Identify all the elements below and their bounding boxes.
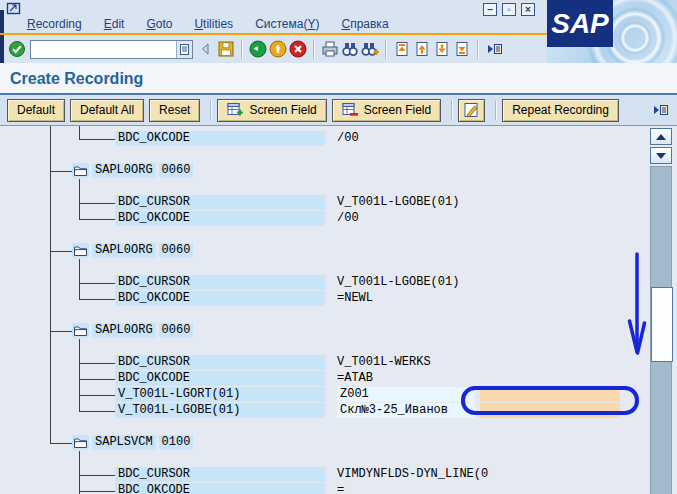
program-name[interactable]: SAPL0ORG (92, 243, 156, 258)
edit-recording-button[interactable] (458, 99, 485, 122)
find-next-icon[interactable] (361, 40, 379, 58)
field-value-input[interactable]: Z001 (337, 387, 475, 402)
tree-field-row[interactable]: V_T001L-LGOBE(01)Скл№3-25_Иванов (0, 403, 649, 419)
menu-item-system[interactable]: Система(Y) (244, 15, 330, 33)
tree-connector (50, 195, 51, 211)
expand-toolbar-icon[interactable] (651, 101, 669, 119)
screen-number[interactable]: 0060 (159, 163, 194, 178)
maximize-button[interactable]: ▫ (502, 3, 516, 16)
close-button[interactable]: × (521, 3, 535, 16)
field-name[interactable]: BDC_CURSOR (115, 355, 325, 370)
menu-item-edit[interactable]: Edit (93, 15, 136, 33)
tree-connector (50, 419, 51, 435)
tree-field-row[interactable]: BDC_OKCODE= (0, 483, 649, 494)
program-name[interactable]: SAPL0ORG (92, 163, 156, 178)
field-name[interactable]: BDC_CURSOR (115, 467, 325, 482)
scrollbar-thumb[interactable] (651, 287, 673, 362)
reset-button[interactable]: Reset (149, 99, 200, 122)
field-name[interactable]: BDC_OKCODE (115, 291, 325, 306)
tree-folder-row[interactable]: SAPL0ORG0060 (0, 243, 649, 259)
field-value: =ATAB (337, 371, 373, 386)
tree-field-row[interactable]: V_T001L-LGORT(01)Z001 (0, 387, 649, 403)
tree-connector (50, 131, 51, 147)
command-input[interactable] (31, 41, 176, 58)
minimize-button[interactable]: – (483, 3, 497, 16)
menu-item-goto[interactable]: Goto (135, 15, 183, 33)
tree-field-row[interactable]: BDC_OKCODE=ATAB (0, 371, 649, 387)
remove-screen-field-button[interactable]: Screen Field (332, 99, 441, 122)
command-history-icon[interactable] (176, 41, 192, 58)
field-name[interactable]: BDC_CURSOR (115, 195, 325, 210)
menu-item-recording[interactable]: Recording (16, 15, 93, 33)
tree-field-row[interactable]: BDC_CURSORVIMDYNFLDS-DYN_LINE(0 (0, 467, 649, 483)
tree-connector (50, 339, 51, 355)
previous-page-icon[interactable] (413, 40, 431, 58)
field-value: = (337, 483, 344, 494)
field-name[interactable]: BDC_OKCODE (115, 371, 325, 386)
field-name[interactable]: BDC_CURSOR (115, 275, 325, 290)
menu-item-help[interactable]: Справка (330, 15, 399, 33)
find-icon[interactable] (341, 40, 359, 58)
screen-number[interactable]: 0060 (159, 243, 194, 258)
tree-connector (80, 411, 115, 412)
triangle-up-icon (656, 134, 666, 140)
print-icon[interactable] (321, 40, 339, 58)
field-value: /00 (337, 211, 359, 226)
scrollbar-track[interactable] (650, 166, 672, 494)
scroll-down-button[interactable] (650, 147, 672, 164)
exit-icon[interactable] (269, 40, 287, 58)
field-name[interactable]: V_T001L-LGORT(01) (115, 387, 325, 402)
program-name[interactable]: SAPLSVCM (92, 435, 156, 450)
collapse-command-icon[interactable] (197, 40, 215, 58)
folder-icon[interactable] (72, 163, 89, 178)
tree-spacer (0, 179, 649, 195)
field-name[interactable]: BDC_OKCODE (115, 211, 325, 226)
tree-field-row[interactable]: BDC_OKCODE=NEWL (0, 291, 649, 307)
tree-field-row[interactable]: BDC_OKCODE/00 (0, 131, 649, 147)
toolbar-separator (477, 39, 479, 59)
remove-screen-field-icon (342, 102, 359, 118)
session-control-icon[interactable] (6, 1, 21, 14)
field-name[interactable]: BDC_OKCODE (115, 483, 325, 494)
menu-item-utilities[interactable]: Utilities (183, 15, 244, 33)
folder-icon[interactable] (72, 243, 89, 258)
screen-number[interactable]: 0100 (159, 435, 194, 450)
add-screen-field-icon (227, 102, 244, 118)
add-screen-field-button[interactable]: Screen Field (217, 99, 326, 122)
tree-connector (50, 291, 51, 307)
default-button[interactable]: Default (7, 99, 65, 122)
recording-tree-panel: BDC_OKCODE/00SAPL0ORG0060BDC_CURSORV_T00… (0, 125, 677, 494)
default-all-button[interactable]: Default All (70, 99, 144, 122)
tree-field-row[interactable]: BDC_OKCODE/00 (0, 211, 649, 227)
next-page-icon[interactable] (433, 40, 451, 58)
repeat-recording-button[interactable]: Repeat Recording (502, 99, 619, 122)
tree-connector (50, 387, 51, 403)
tree-folder-row[interactable]: SAPL0ORG0060 (0, 323, 649, 339)
tree-field-row[interactable]: BDC_CURSORV_T001L-LGOBE(01) (0, 275, 649, 291)
expand-toolbar-icon[interactable] (485, 40, 503, 58)
tree-connector (80, 203, 115, 204)
tree-connector (50, 371, 51, 387)
program-name[interactable]: SAPL0ORG (92, 323, 156, 338)
tree-folder-row[interactable]: SAPLSVCM0100 (0, 435, 649, 451)
tree-field-row[interactable]: BDC_CURSORV_T001L-WERKS (0, 355, 649, 371)
tree-folder-row[interactable]: SAPL0ORG0060 (0, 163, 649, 179)
field-name[interactable]: V_T001L-LGOBE(01) (115, 403, 325, 418)
folder-icon[interactable] (72, 323, 89, 338)
field-value-input[interactable]: Скл№3-25_Иванов (337, 403, 475, 418)
save-icon[interactable] (217, 40, 235, 58)
screen-number[interactable]: 0060 (159, 323, 194, 338)
field-name[interactable]: BDC_OKCODE (115, 131, 325, 146)
command-field[interactable] (30, 40, 193, 59)
pending-value-field[interactable] (480, 403, 620, 418)
enter-icon[interactable] (8, 40, 26, 58)
pending-value-field[interactable] (480, 387, 620, 402)
window-chrome: RecordingEditGotoUtilitiesСистема(Y)Спра… (0, 0, 677, 63)
scroll-up-button[interactable] (650, 128, 672, 145)
first-page-icon[interactable] (393, 40, 411, 58)
last-page-icon[interactable] (453, 40, 471, 58)
tree-field-row[interactable]: BDC_CURSORV_T001L-LGOBE(01) (0, 195, 649, 211)
cancel-icon[interactable] (289, 40, 307, 58)
folder-icon[interactable] (72, 435, 89, 450)
back-icon[interactable] (249, 40, 267, 58)
